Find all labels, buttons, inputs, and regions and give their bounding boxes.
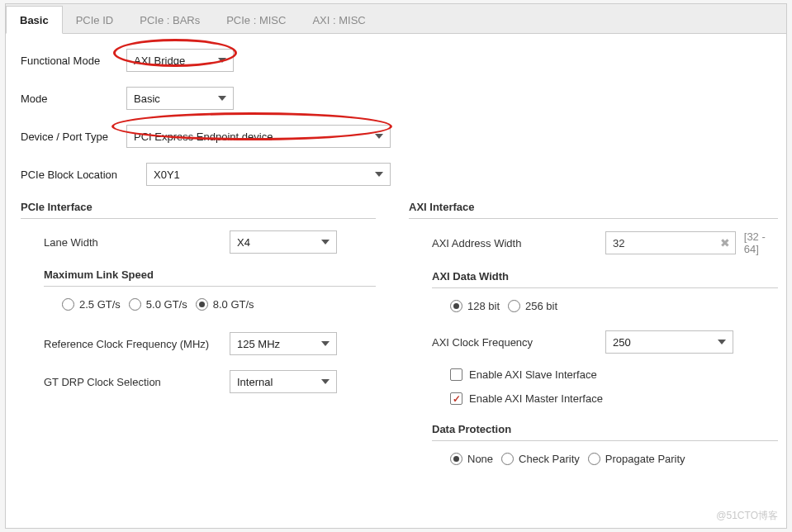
pcie-block-location-select[interactable]: X0Y1 (146, 163, 391, 186)
mode-value: Basic (134, 93, 160, 105)
data-protection-title: Data Protection (432, 423, 778, 441)
ref-clock-freq-label: Reference Clock Frequency (MHz) (44, 338, 230, 350)
tab-basic[interactable]: Basic (6, 6, 63, 34)
tab-axi-misc[interactable]: AXI : MISC (299, 7, 378, 33)
functional-mode-select[interactable]: AXI Bridge (126, 49, 234, 72)
max-link-speed-title: Maximum Link Speed (44, 268, 376, 287)
radio-icon (501, 453, 514, 465)
dw-128-radio[interactable]: 128 bit (450, 300, 500, 312)
chevron-down-icon (375, 134, 383, 139)
functional-mode-value: AXI Bridge (134, 55, 185, 67)
dp-check-parity-radio[interactable]: Check Parity (501, 453, 580, 465)
gt-drp-clock-value: Internal (237, 376, 273, 388)
chevron-down-icon (321, 240, 330, 245)
device-port-type-label: Device / Port Type (21, 131, 126, 143)
device-port-type-select[interactable]: PCI Express Endpoint device (126, 125, 391, 148)
chevron-down-icon (375, 172, 383, 177)
chevron-down-icon (218, 58, 226, 63)
clear-icon[interactable]: ✖ (720, 236, 730, 249)
pcie-block-location-label: PCIe Block Location (21, 169, 146, 181)
tab-pcie-id[interactable]: PCIe ID (63, 7, 127, 33)
watermark-text: @51CTO博客 (716, 509, 778, 523)
radio-icon (62, 298, 74, 311)
radio-icon (450, 300, 462, 312)
axi-clock-freq-value: 250 (613, 336, 631, 349)
dp-none-radio[interactable]: None (450, 453, 493, 465)
dp-propagate-parity-radio[interactable]: Propagate Parity (588, 453, 685, 465)
tab-content-basic: Functional Mode AXI Bridge Mode Basic De… (6, 34, 786, 528)
pcie-interface-title: PCIe Interface (21, 201, 376, 219)
chevron-down-icon (321, 379, 330, 384)
mode-label: Mode (21, 93, 126, 105)
axi-addr-width-label: AXI Address Width (432, 237, 605, 249)
radio-icon (196, 298, 208, 311)
ref-clock-freq-select[interactable]: 125 MHz (230, 332, 337, 355)
axi-addr-width-input[interactable]: 32 ✖ (605, 231, 736, 254)
axi-addr-width-range: [32 - 64] (744, 230, 778, 255)
radio-icon (588, 453, 600, 465)
ref-clock-freq-value: 125 MHz (237, 338, 280, 350)
axi-interface-title: AXI Interface (409, 201, 778, 219)
lane-width-label: Lane Width (44, 236, 230, 249)
radio-icon (450, 453, 462, 465)
tab-bar: Basic PCIe ID PCIe : BARs PCIe : MISC AX… (6, 4, 786, 34)
speed-2-5-radio[interactable]: 2.5 GT/s (62, 298, 121, 311)
tab-pcie-bars[interactable]: PCIe : BARs (126, 7, 213, 33)
axi-data-width-title: AXI Data Width (432, 270, 778, 288)
axi-clock-freq-select[interactable]: 250 (605, 330, 733, 354)
gt-drp-clock-label: GT DRP Clock Selection (44, 376, 230, 388)
speed-8-0-radio[interactable]: 8.0 GT/s (196, 298, 254, 311)
device-port-type-value: PCI Express Endpoint device (134, 131, 273, 143)
functional-mode-label: Functional Mode (21, 55, 126, 67)
chevron-down-icon (218, 96, 226, 101)
enable-axi-slave-checkbox[interactable]: Enable AXI Slave Interface (450, 368, 778, 381)
chevron-down-icon (718, 340, 726, 344)
radio-icon (508, 300, 520, 312)
speed-5-0-radio[interactable]: 5.0 GT/s (129, 298, 187, 311)
tab-pcie-misc[interactable]: PCIe : MISC (213, 7, 299, 33)
pcie-block-location-value: X0Y1 (154, 169, 180, 181)
axi-clock-freq-label: AXI Clock Frequency (432, 336, 605, 349)
lane-width-select[interactable]: X4 (230, 230, 337, 254)
axi-addr-width-value: 32 (613, 237, 624, 249)
lane-width-value: X4 (237, 236, 250, 249)
radio-icon (129, 298, 141, 311)
gt-drp-clock-select[interactable]: Internal (230, 370, 337, 393)
dw-256-radio[interactable]: 256 bit (508, 300, 557, 312)
checkbox-icon (450, 368, 462, 381)
chevron-down-icon (321, 341, 330, 346)
checkbox-icon: ✓ (450, 392, 462, 405)
mode-select[interactable]: Basic (126, 87, 234, 110)
enable-axi-master-checkbox[interactable]: ✓ Enable AXI Master Interface (450, 392, 778, 405)
